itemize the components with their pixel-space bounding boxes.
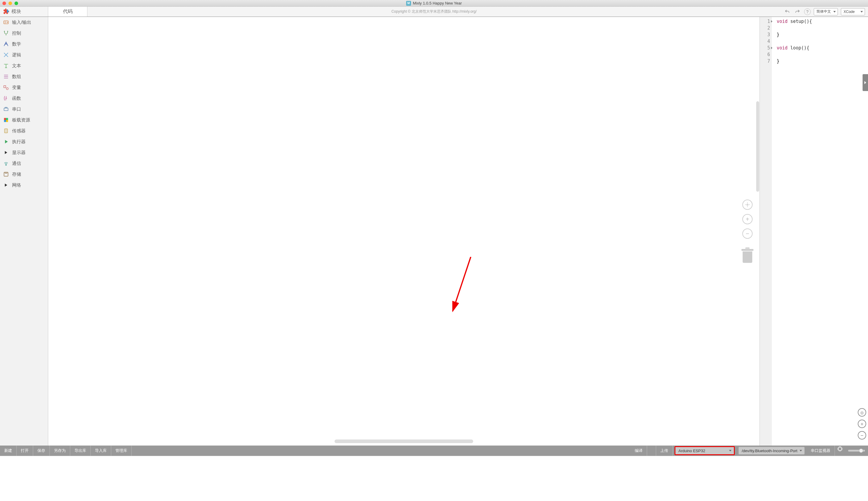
sidebar-item-text[interactable]: 文本 <box>0 60 48 71</box>
theme-select[interactable]: XCode <box>841 8 865 15</box>
svg-rect-10 <box>4 172 8 176</box>
code-tab[interactable]: 代码 <box>48 7 87 17</box>
minimize-window-button[interactable] <box>9 1 12 5</box>
code-center-button[interactable]: ◎ <box>858 408 866 417</box>
workspace-controls: + − <box>741 200 753 263</box>
sidebar-item-logic[interactable]: 逻辑 <box>0 50 48 60</box>
svg-line-12 <box>453 257 471 311</box>
top-header: 模块 代码 Copyright © 北京师范大学米思齐团队 http://mix… <box>0 7 868 17</box>
line-number: 7 <box>760 58 770 64</box>
language-select[interactable]: 简体中文 <box>814 8 838 15</box>
svg-point-11 <box>747 204 748 205</box>
redo-button[interactable] <box>794 8 801 15</box>
saveas-button[interactable]: 另存为 <box>50 446 70 456</box>
expand-icon <box>3 150 9 156</box>
logic-icon <box>3 52 9 58</box>
top-right-controls: ? 简体中文 XCode <box>781 7 868 17</box>
undo-button[interactable] <box>784 8 791 15</box>
code-line: void setup(){ <box>777 18 866 25</box>
compile-button[interactable]: 编译 <box>631 446 647 456</box>
console-panel <box>0 456 868 501</box>
line-number: 1 <box>760 18 770 25</box>
sidebar-item-storage[interactable]: 存储 <box>0 169 48 180</box>
save-button[interactable]: 保存 <box>33 446 50 456</box>
port-select[interactable]: /dev/tty.Bluetooth-Incoming-Port <box>738 447 805 455</box>
svg-rect-13 <box>838 447 842 450</box>
svg-rect-4 <box>4 118 6 120</box>
svg-rect-6 <box>4 120 6 122</box>
serial-monitor-button[interactable]: 串口监视器 <box>806 446 835 456</box>
port-select-value: /dev/tty.Bluetooth-Incoming-Port <box>742 449 797 453</box>
sidebar-item-array[interactable]: 数组 <box>0 71 48 82</box>
sidebar-item-label: 文本 <box>12 63 21 69</box>
code-body[interactable]: void setup(){ } void loop(){ } <box>772 17 868 446</box>
code-zoom-controls: ◎ + − <box>858 408 866 439</box>
managelib-button[interactable]: 管理库 <box>111 446 132 456</box>
sidebar-item-label: 控制 <box>12 30 21 36</box>
code-gutter: 1 2 3 4 5 6 7 <box>760 17 772 446</box>
language-select-value: 简体中文 <box>816 9 831 14</box>
line-number: 2 <box>760 25 770 31</box>
sidebar-item-onboard[interactable]: 板载资源 <box>0 115 48 125</box>
board-select[interactable]: Arduino ESP32 <box>675 446 735 455</box>
zoom-out-button[interactable]: − <box>742 228 752 239</box>
actuator-icon <box>3 139 9 145</box>
comm-icon <box>3 160 9 167</box>
svg-rect-3 <box>4 108 8 111</box>
trash-button[interactable] <box>741 249 753 263</box>
sidebar-item-label: 存储 <box>12 171 21 177</box>
chip-icon[interactable] <box>837 446 843 452</box>
module-header: 模块 <box>0 7 48 17</box>
zoom-in-button[interactable]: + <box>742 214 752 224</box>
sidebar-item-display[interactable]: 显示器 <box>0 147 48 158</box>
sensor-icon <box>3 128 9 134</box>
center-button[interactable] <box>742 200 752 210</box>
code-zoom-in-button[interactable]: + <box>858 419 866 428</box>
toolbar-gap <box>647 446 656 456</box>
sidebar-item-variable[interactable]: 变量 <box>0 82 48 93</box>
sidebar-item-network[interactable]: 网络 <box>0 180 48 191</box>
zoom-slider-thumb[interactable] <box>859 449 863 453</box>
annotation-arrow <box>447 257 483 317</box>
importlib-button[interactable]: 导入库 <box>91 446 111 456</box>
module-header-label: 模块 <box>11 9 21 15</box>
sidebar-item-sensor[interactable]: 传感器 <box>0 125 48 136</box>
window-title: M Mixly 1.0.5 Happy New Year <box>406 1 462 6</box>
zoom-slider[interactable] <box>848 450 865 451</box>
category-sidebar: 输入/输出 控制 数学 逻辑 文本 数组 变量 函数 串口 板载资源 传感器 执… <box>0 17 48 446</box>
sidebar-item-function[interactable]: 函数 <box>0 93 48 104</box>
sidebar-item-label: 数学 <box>12 41 21 47</box>
code-panel-collapse-button[interactable] <box>862 74 868 91</box>
sidebar-item-serial[interactable]: 串口 <box>0 104 48 115</box>
bottom-toolbar: 新建 打开 保存 另存为 导出库 导入库 管理库 编译 上传 Arduino E… <box>0 446 868 456</box>
line-number: 5 <box>760 45 770 51</box>
control-icon <box>3 30 9 36</box>
new-button[interactable]: 新建 <box>0 446 17 456</box>
sidebar-item-label: 网络 <box>12 182 21 188</box>
blockly-workspace[interactable]: + − <box>48 17 760 446</box>
toolbar-spacer <box>132 446 631 456</box>
workspace-v-scrollbar[interactable] <box>756 101 759 192</box>
window-title-text: Mixly 1.0.5 Happy New Year <box>413 1 462 6</box>
close-window-button[interactable] <box>2 1 6 5</box>
sidebar-item-control[interactable]: 控制 <box>0 28 48 39</box>
exportlib-button[interactable]: 导出库 <box>70 446 91 456</box>
sidebar-item-label: 执行器 <box>12 139 25 145</box>
code-zoom-out-button[interactable]: − <box>858 431 866 439</box>
svg-point-2 <box>6 88 9 90</box>
upload-button[interactable]: 上传 <box>656 446 673 456</box>
sidebar-item-io[interactable]: 输入/输出 <box>0 17 48 28</box>
help-button[interactable]: ? <box>804 9 811 15</box>
board-select-value: Arduino ESP32 <box>678 449 705 453</box>
open-button[interactable]: 打开 <box>17 446 33 456</box>
code-line <box>777 38 866 45</box>
line-number: 4 <box>760 38 770 45</box>
line-number: 3 <box>760 31 770 38</box>
sidebar-item-math[interactable]: 数学 <box>0 39 48 50</box>
maximize-window-button[interactable] <box>14 1 18 5</box>
svg-rect-1 <box>4 86 6 88</box>
workspace-h-scrollbar[interactable] <box>334 439 473 443</box>
sidebar-item-actuator[interactable]: 执行器 <box>0 136 48 147</box>
sidebar-item-comm[interactable]: 通信 <box>0 158 48 169</box>
traffic-lights <box>2 1 18 5</box>
